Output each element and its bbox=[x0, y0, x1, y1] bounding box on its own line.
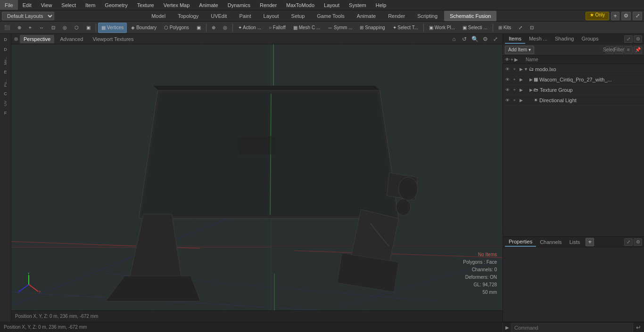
orbit-btn[interactable]: ◎ bbox=[220, 23, 231, 33]
layout-dropdown[interactable]: Default Layouts bbox=[2, 12, 54, 20]
vp-expand-icon[interactable]: ⤢ bbox=[491, 35, 500, 43]
props-settings-icon[interactable]: ⚙ bbox=[634, 238, 642, 246]
extra-btn[interactable]: ▣ bbox=[193, 23, 204, 33]
items-tab-groups[interactable]: Groups bbox=[578, 34, 602, 44]
tree-arrow-texture[interactable]: ▶ bbox=[529, 88, 533, 92]
tab-scripting[interactable]: Scripting bbox=[412, 11, 443, 21]
origin-btn[interactable]: ⊕ bbox=[14, 23, 25, 33]
menu-render[interactable]: Render bbox=[255, 0, 281, 10]
items-expand-icon[interactable]: ⤢ bbox=[624, 35, 633, 43]
tree-item-directional-light[interactable]: 👁 + ▶ ▶ ☀ Directional Light bbox=[503, 95, 644, 105]
fullscreen-btn[interactable]: ⤢ bbox=[515, 23, 526, 33]
eye-texture[interactable]: 👁 bbox=[505, 87, 510, 93]
menu-vertex-map[interactable]: Vertex Map bbox=[159, 0, 195, 10]
vp-search-icon[interactable]: 🔍 bbox=[471, 35, 479, 43]
tab-game-tools[interactable]: Game Tools bbox=[311, 11, 350, 21]
render-light[interactable]: ▶ bbox=[519, 97, 524, 103]
tab-setup[interactable]: Setup bbox=[286, 11, 311, 21]
tab-render[interactable]: Render bbox=[382, 11, 411, 21]
world-btn[interactable]: ⊕ bbox=[208, 23, 219, 33]
filter-button[interactable]: Filter bbox=[615, 46, 623, 54]
items-pin-icon[interactable]: 📌 bbox=[634, 46, 642, 54]
lock-texture[interactable]: + bbox=[512, 87, 517, 93]
command-input[interactable] bbox=[512, 323, 633, 332]
tab-animate[interactable]: Animate bbox=[351, 11, 381, 21]
action-button[interactable]: ✦ Action ... bbox=[235, 23, 264, 33]
eye-modo[interactable]: 👁 bbox=[505, 66, 510, 72]
menu-system[interactable]: System bbox=[344, 0, 371, 10]
props-tab-channels[interactable]: Channels bbox=[536, 237, 565, 247]
tree-item-modo-lxo[interactable]: 👁 + ▶ ▼ 🗂 modo.lxo bbox=[503, 64, 644, 74]
left-tool-1[interactable]: D bbox=[1, 35, 10, 44]
menu-item[interactable]: Item bbox=[81, 0, 100, 10]
tab-uvedit[interactable]: UVEdit bbox=[205, 11, 232, 21]
menu-maxtomodo[interactable]: MaxToModo bbox=[281, 0, 319, 10]
left-tool-5[interactable]: F bbox=[1, 108, 10, 118]
work-pl-button[interactable]: ▣ Work Pl... bbox=[426, 23, 458, 33]
kits-button[interactable]: ⊞ Kits bbox=[495, 23, 514, 33]
menu-dynamics[interactable]: Dynamics bbox=[223, 0, 255, 10]
mesh-btn[interactable]: ▣ bbox=[83, 23, 94, 33]
left-tool-3[interactable]: E bbox=[1, 67, 10, 77]
items-settings-icon[interactable]: ⚙ bbox=[634, 35, 642, 43]
vertices-button[interactable]: ▦ Vertices bbox=[98, 23, 127, 33]
items-tab-mesh[interactable]: Mesh ... bbox=[525, 34, 551, 44]
tab-paint[interactable]: Paint bbox=[233, 11, 256, 21]
falloff-button[interactable]: ○ Falloff bbox=[265, 23, 289, 33]
select-t-button[interactable]: ✦ Select T... bbox=[389, 23, 422, 33]
items-tab-items[interactable]: Items bbox=[505, 34, 525, 44]
grid-btn[interactable]: ⊡ bbox=[527, 23, 537, 33]
items-tab-shading[interactable]: Shading bbox=[551, 34, 578, 44]
symm-button[interactable]: ⸺ Symm ... bbox=[324, 23, 355, 33]
menu-layout[interactable]: Layout bbox=[319, 0, 344, 10]
tree-item-texture-group[interactable]: 👁 + ▶ ▶ 🗁 Texture Group bbox=[503, 85, 644, 95]
mode-toggle[interactable]: ⬛ bbox=[1, 23, 13, 33]
menu-file[interactable]: File bbox=[0, 0, 18, 10]
eye-light[interactable]: 👁 bbox=[505, 97, 510, 103]
lock-wacom[interactable]: + bbox=[512, 77, 517, 82]
left-label-me[interactable]: Me... bbox=[2, 55, 8, 67]
menu-edit[interactable]: Edit bbox=[18, 0, 36, 10]
add-item-button[interactable]: Add Item ▾ bbox=[505, 46, 534, 54]
layout-settings-icon[interactable]: ⚙ bbox=[621, 12, 631, 20]
tab-schematic-fusion[interactable]: Schematic Fusion bbox=[444, 11, 496, 21]
tab-layout[interactable]: Layout bbox=[258, 11, 285, 21]
transform-btn[interactable]: ⌖ bbox=[25, 23, 35, 33]
add-layout-button[interactable]: + bbox=[611, 12, 619, 20]
render-modo[interactable]: ▶ bbox=[519, 66, 524, 72]
layout-fullscreen-icon[interactable]: ⤢ bbox=[633, 12, 642, 20]
render-wacom[interactable]: ▶ bbox=[519, 77, 524, 82]
left-tool-2[interactable]: D bbox=[1, 45, 10, 54]
vp-home-icon[interactable]: ⌂ bbox=[450, 35, 458, 43]
canvas-area[interactable]: No Items Polygons : Face Channels: 0 Def… bbox=[11, 44, 503, 310]
props-expand-icon[interactable]: ⤢ bbox=[624, 238, 633, 246]
tree-arrow-modo[interactable]: ▼ bbox=[524, 67, 528, 72]
menu-select[interactable]: Select bbox=[57, 0, 81, 10]
tab-topology[interactable]: Topology bbox=[172, 11, 204, 21]
left-label-po[interactable]: Po... bbox=[2, 77, 8, 89]
rotate-btn[interactable]: ◎ bbox=[59, 23, 70, 33]
vp-tab-advanced[interactable]: Advanced bbox=[56, 35, 87, 43]
lock-modo[interactable]: + bbox=[512, 66, 517, 72]
selecti-button[interactable]: ▣ Selecti ... bbox=[459, 23, 491, 33]
tab-model[interactable]: Model bbox=[146, 11, 171, 21]
lock-light[interactable]: + bbox=[512, 97, 517, 103]
boundary-button[interactable]: ◈ Boundary bbox=[128, 23, 160, 33]
vp-settings-icon[interactable]: ⚙ bbox=[481, 35, 489, 43]
left-tool-4[interactable]: C bbox=[1, 89, 10, 98]
move-btn[interactable]: ↔ bbox=[36, 23, 47, 33]
menu-texture[interactable]: Texture bbox=[132, 0, 159, 10]
vp-tab-perspective[interactable]: Perspective bbox=[20, 35, 54, 43]
select-button[interactable]: Select bbox=[605, 46, 614, 54]
snapping-button[interactable]: ⊞ Snapping bbox=[356, 23, 388, 33]
cmd-exec-button[interactable]: ↵ bbox=[633, 323, 644, 332]
vp-reset-icon[interactable]: ↺ bbox=[460, 35, 469, 43]
left-label-uv[interactable]: UV bbox=[2, 99, 8, 108]
mesh-c-button[interactable]: ▦ Mesh C ... bbox=[290, 23, 323, 33]
tree-arrow-wacom[interactable]: ▶ bbox=[529, 77, 533, 82]
menu-geometry[interactable]: Geometry bbox=[100, 0, 132, 10]
render-texture[interactable]: ▶ bbox=[519, 87, 524, 93]
eye-wacom[interactable]: 👁 bbox=[505, 77, 510, 82]
tree-item-wacom[interactable]: 👁 + ▶ ▶ ▦ Wacom_Cintiq_Pro_27_with_... bbox=[503, 74, 644, 85]
menu-view[interactable]: View bbox=[36, 0, 57, 10]
